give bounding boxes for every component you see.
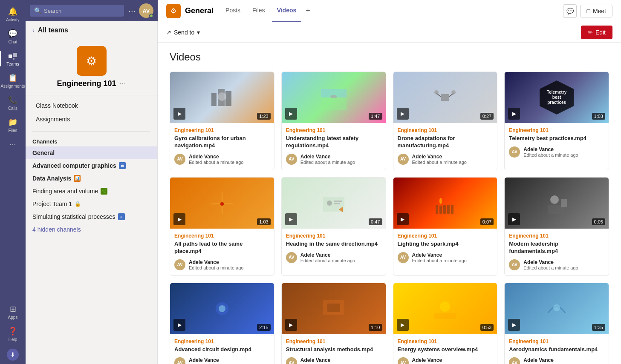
sidebar-item-calls[interactable]: 📞 Calls xyxy=(0,92,26,114)
hidden-channels[interactable]: 4 hidden channels xyxy=(26,223,157,236)
sidebar-item-apps[interactable]: ⊞ Apps xyxy=(0,301,26,323)
play-button-9[interactable]: ▶ xyxy=(173,319,185,331)
channel-logo: ⚙ xyxy=(166,4,181,18)
video-meta-4: Adele Vance Edited about a minute ago xyxy=(523,146,578,158)
play-button-8[interactable]: ▶ xyxy=(508,213,520,225)
video-card-11[interactable]: ▶ 0:53 Engineering 101 Energy systems ov… xyxy=(393,283,498,364)
sidebar-item-activity[interactable]: 🔔 Activity xyxy=(0,3,26,26)
play-button-4[interactable]: ▶ xyxy=(508,108,520,120)
duration-11: 0:53 xyxy=(480,324,494,331)
svg-rect-29 xyxy=(451,205,453,214)
video-card-7[interactable]: ▶ 0:07 Engineering 101 Lighting the spar… xyxy=(393,177,498,276)
video-grid: ▶ 1:23 Engineering 101 Gyro calibrations… xyxy=(170,72,609,364)
video-thumb-12: ▶ 1:35 xyxy=(505,283,609,334)
duration-7: 0:07 xyxy=(480,218,494,225)
play-button-12[interactable]: ▶ xyxy=(508,319,520,331)
advanced-channel-label: Advanced computer graphics xyxy=(32,162,116,169)
header-more-icon[interactable]: ··· xyxy=(128,6,136,16)
video-info-8: Engineering 101 Modern leadership fundam… xyxy=(505,229,609,275)
edited-7: Edited about a minute ago xyxy=(412,258,467,263)
search-input[interactable] xyxy=(44,8,120,14)
channel-item-data-analysis[interactable]: Data Analysis 📊 xyxy=(26,172,157,185)
duration-3: 0:27 xyxy=(480,113,494,120)
search-box[interactable]: 🔍 xyxy=(30,5,124,17)
meet-button[interactable]: □ Meet xyxy=(580,5,612,17)
svg-point-13 xyxy=(434,90,439,95)
team-more-icon[interactable]: ··· xyxy=(120,79,126,88)
tab-files[interactable]: Files xyxy=(247,0,270,22)
edited-1: Edited about a minute ago xyxy=(189,160,243,165)
all-teams-back[interactable]: ‹ All teams xyxy=(26,21,157,39)
play-button-2[interactable]: ▶ xyxy=(285,108,297,120)
video-card-8[interactable]: ▶ 0:05 Engineering 101 Modern leadership… xyxy=(504,177,609,276)
play-button-5[interactable]: ▶ xyxy=(173,213,185,225)
videos-area: Videos ▶ 1:23 xyxy=(158,43,621,364)
team-logo-icon: ⚙ xyxy=(86,54,97,68)
video-card-5[interactable]: ▶ 1:03 Engineering 101 All paths lead to… xyxy=(170,177,274,276)
chat-button[interactable]: 💬 xyxy=(563,4,577,18)
video-card-2[interactable]: ▶ 1:47 Engineering 101 Understanding lat… xyxy=(281,72,386,170)
avatar[interactable]: AV xyxy=(139,3,153,18)
play-button-3[interactable]: ▶ xyxy=(397,108,409,120)
author-name-5: Adele Vance xyxy=(189,259,243,265)
video-channel-8: Engineering 101 xyxy=(509,233,604,239)
channel-item-finding-area[interactable]: Finding area and volume 🌿 xyxy=(26,185,157,198)
video-card-10[interactable]: ▶ 1:10 Engineering 101 Structural analys… xyxy=(281,283,386,364)
play-button-11[interactable]: ▶ xyxy=(397,319,409,331)
video-card-12[interactable]: ▶ 1:35 Engineering 101 Aerodynamics fund… xyxy=(504,283,609,364)
sidebar-item-files[interactable]: 📁 Files xyxy=(0,114,26,136)
activity-icon: 🔔 xyxy=(8,7,17,16)
svg-point-21 xyxy=(327,201,332,206)
tab-videos[interactable]: Videos xyxy=(272,0,302,22)
search-header: 🔍 ··· AV xyxy=(26,0,158,21)
video-thumb-2: ▶ 1:47 xyxy=(282,72,386,123)
video-card-1[interactable]: ▶ 1:23 Engineering 101 Gyro calibrations… xyxy=(170,72,274,170)
video-thumb-6: ▶ 0:47 xyxy=(282,178,386,229)
play-button-6[interactable]: ▶ xyxy=(285,213,297,225)
mini-avatar-3: AV xyxy=(398,154,409,165)
video-title-2: Understanding latest safety regulations.… xyxy=(286,135,381,149)
video-thumb-9: ▶ 2:15 xyxy=(170,283,274,334)
assignments-label: Assignments xyxy=(0,84,25,89)
video-channel-9: Engineering 101 xyxy=(174,338,270,344)
svg-point-32 xyxy=(550,195,559,204)
author-name-11: Adele Vance xyxy=(412,357,467,363)
tab-posts[interactable]: Posts xyxy=(220,0,246,22)
add-tab-button[interactable]: + xyxy=(303,4,313,18)
sidebar-item-help[interactable]: ❓ Help xyxy=(0,323,26,345)
channel-item-project-team[interactable]: Project Team 1 🔒 xyxy=(26,198,157,210)
video-card-3[interactable]: ▶ 0:27 Engineering 101 Drone adaptations… xyxy=(393,72,498,170)
duration-6: 0:47 xyxy=(369,218,382,225)
video-thumb-8: ▶ 0:05 xyxy=(505,178,609,229)
meet-button-icon: □ xyxy=(586,8,590,14)
channel-item-simulating[interactable]: Simulating statistical processes ≡ xyxy=(26,210,157,223)
video-card-4[interactable]: Telemetry best practices ▶ 1:03 Engineer… xyxy=(504,72,609,170)
sidebar-item-more[interactable]: ··· xyxy=(0,136,26,152)
send-to-button[interactable]: ↗ Send to ▾ xyxy=(166,29,200,36)
sidebar-item-teams[interactable]: Teams xyxy=(0,48,26,70)
video-card-6[interactable]: ▶ 0:47 Engineering 101 Heading in the sa… xyxy=(281,177,386,276)
edit-icon: ✏ xyxy=(588,29,593,36)
video-author-row-6: AV Adele Vance Edited about a minute ago xyxy=(286,252,381,263)
teams-icon xyxy=(8,51,17,60)
play-button-7[interactable]: ▶ xyxy=(397,213,409,225)
svg-point-6 xyxy=(218,92,226,101)
class-notebook-nav[interactable]: Class Notebook xyxy=(26,99,157,112)
sidebar-item-assignments[interactable]: 📋 Assignments xyxy=(0,70,26,92)
sidebar-item-download[interactable]: ⬇ xyxy=(0,345,26,364)
channel-item-general[interactable]: General xyxy=(26,146,157,159)
sidebar-item-chat[interactable]: 💬 Chat xyxy=(0,26,26,48)
video-author-row-12: AV Adele Vance Edited about a minute ago xyxy=(509,357,604,364)
channel-item-advanced[interactable]: Advanced computer graphics ☰ xyxy=(26,159,157,172)
play-button-10[interactable]: ▶ xyxy=(285,319,297,331)
video-card-9[interactable]: ▶ 2:15 Engineering 101 Advanced circuit … xyxy=(170,283,274,364)
author-name-3: Adele Vance xyxy=(412,154,467,160)
edit-button[interactable]: ✏ Edit xyxy=(581,26,612,39)
author-name-1: Adele Vance xyxy=(189,154,243,160)
channel-header: ⚙ General Posts Files Videos + 💬 □ Meet xyxy=(158,0,621,22)
back-arrow-icon: ‹ xyxy=(32,27,35,34)
play-button-1[interactable]: ▶ xyxy=(173,108,185,120)
video-channel-11: Engineering 101 xyxy=(398,338,493,344)
assignments-nav[interactable]: Assignments xyxy=(26,112,157,126)
team-sidebar: ‹ All teams ⚙ Engineering 101 ··· Class … xyxy=(26,21,158,364)
